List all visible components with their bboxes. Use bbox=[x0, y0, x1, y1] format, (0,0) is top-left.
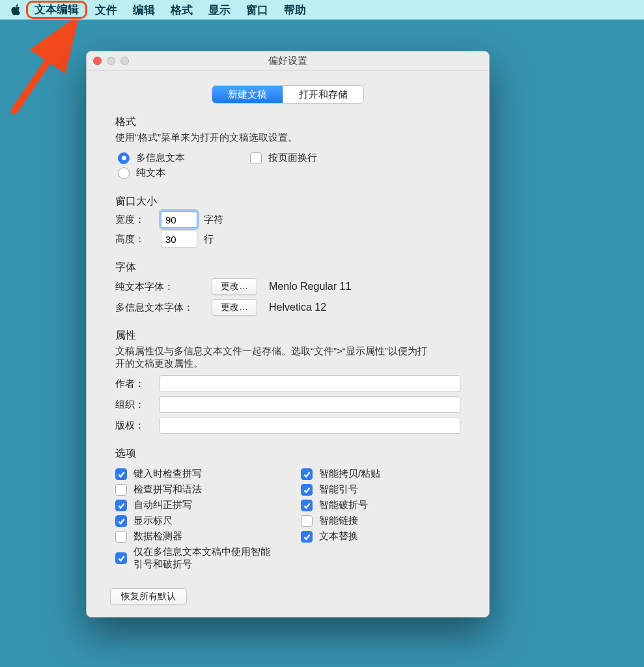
svg-line-0 bbox=[14, 26, 72, 111]
checkbox-check-grammar[interactable] bbox=[115, 484, 127, 496]
tab-new-document[interactable]: 新建文稿 bbox=[212, 86, 283, 103]
rich-font-value: Helvetica 12 bbox=[269, 302, 326, 313]
checkbox-show-ruler[interactable] bbox=[115, 515, 127, 527]
section-properties-title: 属性 bbox=[115, 329, 460, 343]
copyright-label: 版权： bbox=[115, 419, 150, 432]
checkbox-smart-dashes[interactable] bbox=[301, 500, 313, 511]
checkbox-smart-copy-paste[interactable] bbox=[301, 468, 313, 480]
checkbox-autocorrect-label: 自动纠正拼写 bbox=[133, 499, 192, 511]
org-input[interactable] bbox=[160, 396, 460, 413]
preferences-window: 偏好设置 新建文稿 打开和存储 格式 使用“格式”菜单来为打开的文稿选取设置。 … bbox=[86, 51, 490, 617]
height-unit: 行 bbox=[204, 233, 214, 246]
checkbox-data-detectors-label: 数据检测器 bbox=[133, 530, 182, 543]
checkbox-show-ruler-label: 显示标尺 bbox=[133, 515, 173, 527]
checkbox-smart-quotes[interactable] bbox=[301, 484, 313, 496]
checkbox-check-spelling[interactable] bbox=[115, 468, 127, 480]
checkbox-smart-rich-only-label: 仅在多信息文本文稿中使用智能引号和破折号 bbox=[133, 546, 275, 571]
height-input[interactable] bbox=[161, 231, 197, 248]
section-font-title: 字体 bbox=[115, 261, 460, 274]
height-label: 高度： bbox=[115, 233, 154, 246]
menu-file[interactable]: 文件 bbox=[87, 1, 125, 19]
traffic-lights bbox=[93, 57, 129, 65]
section-windowsize-title: 窗口大小 bbox=[115, 195, 460, 208]
checkbox-check-grammar-label: 检查拼写和语法 bbox=[133, 483, 202, 496]
width-unit: 字符 bbox=[204, 214, 223, 226]
section-format-desc: 使用“格式”菜单来为打开的文稿选取设置。 bbox=[115, 132, 460, 144]
tab-open-save[interactable]: 打开和存储 bbox=[283, 86, 363, 103]
copyright-input[interactable] bbox=[160, 417, 460, 434]
section-options-title: 选项 bbox=[115, 447, 460, 461]
menubar: 文本编辑 文件 编辑 格式 显示 窗口 帮助 bbox=[0, 0, 644, 20]
close-button[interactable] bbox=[93, 57, 102, 65]
checkbox-smart-quotes-label: 智能引号 bbox=[319, 483, 358, 496]
checkbox-data-detectors[interactable] bbox=[115, 531, 127, 543]
zoom-button[interactable] bbox=[120, 57, 129, 65]
menu-window[interactable]: 窗口 bbox=[238, 1, 276, 19]
tabs: 新建文稿 打开和存储 bbox=[87, 85, 489, 104]
checkbox-smart-rich-only[interactable] bbox=[115, 552, 127, 564]
radio-rich-text[interactable] bbox=[118, 152, 130, 164]
author-label: 作者： bbox=[115, 378, 150, 390]
minimize-button[interactable] bbox=[107, 57, 115, 65]
radio-plain-text-label: 纯文本 bbox=[136, 167, 165, 179]
radio-plain-text[interactable] bbox=[118, 167, 130, 179]
plain-font-value: Menlo Regular 11 bbox=[269, 281, 351, 292]
menu-help[interactable]: 帮助 bbox=[276, 1, 314, 19]
section-properties-desc: 文稿属性仅与多信息文本文件一起存储。选取“文件”>“显示属性”以便为打开的文稿更… bbox=[115, 345, 428, 370]
window-title: 偏好设置 bbox=[87, 55, 489, 67]
checkbox-text-replacement-label: 文本替换 bbox=[319, 530, 358, 543]
change-plain-font-button[interactable]: 更改… bbox=[212, 278, 257, 295]
checkbox-autocorrect[interactable] bbox=[115, 500, 127, 511]
checkbox-smart-copy-paste-label: 智能拷贝/粘贴 bbox=[319, 468, 380, 480]
org-label: 组织： bbox=[115, 399, 150, 411]
checkbox-smart-dashes-label: 智能破折号 bbox=[319, 499, 368, 511]
checkbox-wrap-to-page-label: 按页面换行 bbox=[268, 152, 317, 164]
menu-format[interactable]: 格式 bbox=[163, 1, 201, 19]
rich-font-label: 多信息文本字体： bbox=[115, 302, 200, 314]
plain-font-label: 纯文本字体： bbox=[115, 281, 200, 293]
apple-menu[interactable] bbox=[7, 4, 26, 16]
width-label: 宽度： bbox=[115, 214, 154, 226]
change-rich-font-button[interactable]: 更改… bbox=[212, 299, 257, 316]
checkbox-text-replacement[interactable] bbox=[301, 531, 313, 543]
titlebar: 偏好设置 bbox=[87, 51, 489, 71]
checkbox-smart-links-label: 智能链接 bbox=[319, 515, 358, 527]
menu-textedit[interactable]: 文本编辑 bbox=[26, 1, 87, 19]
restore-defaults-button[interactable]: 恢复所有默认 bbox=[110, 588, 187, 605]
radio-rich-text-label: 多信息文本 bbox=[136, 152, 185, 164]
checkbox-check-spelling-label: 键入时检查拼写 bbox=[133, 468, 202, 480]
checkbox-smart-links[interactable] bbox=[301, 515, 313, 527]
author-input[interactable] bbox=[160, 375, 460, 392]
menu-view[interactable]: 显示 bbox=[201, 1, 238, 19]
menu-edit[interactable]: 编辑 bbox=[125, 1, 163, 19]
width-input[interactable] bbox=[161, 211, 197, 228]
checkbox-wrap-to-page[interactable] bbox=[250, 152, 262, 164]
section-format-title: 格式 bbox=[115, 115, 460, 129]
